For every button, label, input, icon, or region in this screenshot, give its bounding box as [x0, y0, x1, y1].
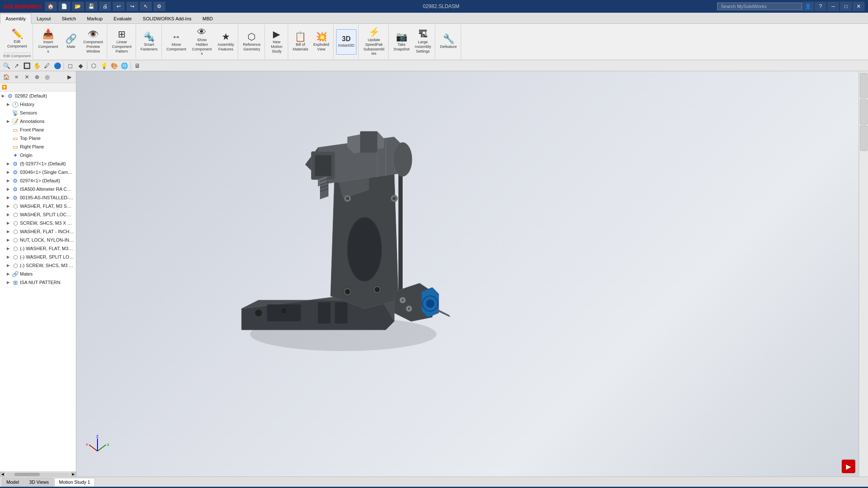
mate-btn[interactable]: 🔗 Mate [62, 29, 81, 55]
view-search-btn[interactable]: 🔍 [2, 61, 11, 70]
tree-item-origin[interactable]: ✦ Origin [0, 151, 76, 159]
open-btn[interactable]: 📂 [72, 2, 84, 11]
tree-item-02977[interactable]: ▶ ⚙ (f) 02977<1> (Default) [0, 159, 76, 168]
view-zoom-btn[interactable]: 🔲 [22, 61, 31, 70]
move-component-btn[interactable]: ↔️ MoveComponent [164, 29, 189, 55]
search-input[interactable] [717, 3, 802, 10]
tab-addins[interactable]: SOLIDWORKS Add-Ins [137, 13, 197, 23]
display-flat-btn[interactable]: ◆ [76, 61, 85, 70]
view-rotate-btn[interactable]: ↗ [12, 61, 21, 70]
tree-item-washer-flat-inch[interactable]: ▶ ⬡ WASHER, FLAT - INCH<1> (.190 h [0, 227, 76, 236]
tree-item-screw-shcs-2[interactable]: ▶ ⬡ (-) SCREW, SHCS, M3 X 0.5 MM T [0, 261, 76, 270]
viewport[interactable]: X Y Z ▶ [76, 71, 859, 477]
tree-item-annotations[interactable]: ▶ 📝 Annotations [0, 117, 76, 125]
view-sketch-btn[interactable]: 🖊 [42, 61, 52, 70]
right-panel-btn-3[interactable] [860, 125, 868, 151]
bill-of-materials-btn[interactable]: 📋 Bill ofMaterials [291, 29, 311, 55]
dimxpert-btn[interactable]: ⊕ [32, 73, 42, 82]
large-assembly-btn[interactable]: 🏗 LargeAssemblySettings [412, 29, 433, 55]
print-btn[interactable]: 🖨 [99, 2, 111, 11]
scroll-left-btn[interactable]: ◀ [0, 472, 5, 477]
tree-item-root[interactable]: ▶ ⚙ 02982 (Default) [0, 92, 76, 100]
ribbon-group-motion: ▶ NewMotionStudy [266, 25, 288, 59]
record-button[interactable]: ▶ [842, 460, 855, 473]
update-speedpak-btn[interactable]: ⚡ UpdateSpeedPakSubassemblies [361, 29, 387, 55]
tree-expand-mates: ▶ [7, 272, 12, 276]
close-btn[interactable]: ✕ [853, 2, 865, 11]
tree-item-03046[interactable]: ▶ ⚙ 03046<1> (Single Camera) [0, 168, 76, 176]
feature-manager-btn[interactable]: 🏠 [2, 73, 11, 82]
feature-tree[interactable]: ▶ ⚙ 02982 (Default) ▶ 🕐 History 📡 Sensor… [0, 92, 76, 471]
tree-item-isa-nut-pattern[interactable]: ▶ ⊞ ISA NUT PATTERN [0, 278, 76, 287]
appearance-btn[interactable]: 🎨 [109, 61, 119, 70]
tree-item-washer-flat[interactable]: ▶ ⬡ WASHER, FLAT, M3 SCREW, 3.2 M [0, 202, 76, 210]
config-manager-btn[interactable]: ✕ [22, 73, 31, 82]
display-manager-btn[interactable]: ◎ [42, 73, 52, 82]
lights-btn[interactable]: 💡 [99, 61, 108, 70]
tree-item-screw-shcs[interactable]: ▶ ⬡ SCREW, SHCS, M3 X 0.5 MM THRI [0, 219, 76, 227]
view-options-btn[interactable]: ⬡ [89, 61, 98, 70]
component-preview-btn[interactable]: 👁️ ComponentPreviewWindow [81, 29, 106, 55]
tree-item-isa500[interactable]: ▶ ⚙ ISA500 Altimeter RA CRE Connect [0, 185, 76, 193]
new-btn[interactable]: 📄 [58, 2, 70, 11]
right-panel-btn-2[interactable] [860, 99, 868, 125]
home-btn[interactable]: 🏠 [45, 2, 57, 11]
right-panel-btn-1[interactable] [860, 73, 868, 98]
reference-geometry-btn[interactable]: ⬡ ReferenceGeometry [241, 29, 263, 55]
tab-3d-views[interactable]: 3D Views [25, 478, 53, 486]
select-btn[interactable]: ↖ [140, 2, 152, 11]
tab-model[interactable]: Model [2, 478, 24, 486]
svg-text:Y: Y [86, 443, 88, 447]
undo-btn[interactable]: ↩ [113, 2, 125, 11]
horizontal-scrollbar[interactable]: ◀ ▶ [0, 471, 76, 477]
tree-item-02974[interactable]: ▶ ⚙ 02974<1> (Default) [0, 176, 76, 185]
tree-item-sensors[interactable]: 📡 Sensors [0, 109, 76, 117]
tree-item-00195[interactable]: ▶ ⚙ 00195-AS-INSTALLED-02982-V1<1 [0, 193, 76, 202]
redo-btn[interactable]: ↪ [126, 2, 138, 11]
tree-label-mates: Mates [20, 271, 33, 276]
tab-mbd[interactable]: MBD [197, 13, 218, 23]
edit-component-btn[interactable]: ✏️ EditComponent [5, 26, 29, 52]
view-pan-btn[interactable]: ✋ [32, 61, 42, 70]
tab-assembly[interactable]: Assembly [0, 14, 31, 24]
defeature-btn[interactable]: 🔧 Defeature [438, 29, 459, 55]
exploded-view-btn[interactable]: 💥 ExplodedView [311, 29, 331, 55]
tree-item-washer-split[interactable]: ▶ ⬡ WASHER, SPLIT LOCK, M3 SCREW [0, 210, 76, 219]
show-hidden-btn[interactable]: 👁 ShowHiddenComponents [189, 29, 214, 55]
minimize-btn[interactable]: ─ [827, 2, 839, 11]
tab-motion-study[interactable]: Motion Study 1 [54, 478, 95, 486]
display-mode-btn[interactable]: ◻ [66, 61, 75, 70]
smart-fasteners-btn[interactable]: 🔩 SmartFasteners [139, 29, 160, 55]
tab-sketch[interactable]: Sketch [56, 13, 82, 23]
insert-components-btn[interactable]: 📥 InsertComponents [36, 29, 61, 55]
options-btn[interactable]: ⚙ [153, 2, 165, 11]
display-view-btn[interactable]: 🖥 [133, 61, 142, 70]
new-motion-study-btn[interactable]: ▶ NewMotionStudy [267, 29, 286, 55]
tab-markup[interactable]: Markup [81, 13, 108, 23]
save-btn[interactable]: 💾 [86, 2, 97, 11]
scrollbar-thumb[interactable] [14, 473, 40, 476]
scroll-right-btn[interactable]: ▶ [71, 472, 76, 477]
user-btn[interactable]: 👤 [802, 2, 814, 11]
property-manager-btn[interactable]: ≡ [12, 73, 21, 82]
view-section-btn[interactable]: 🔵 [53, 61, 62, 70]
tab-layout[interactable]: Layout [31, 13, 56, 23]
collapse-btn[interactable]: ▶ [65, 73, 74, 82]
scene-btn[interactable]: 🌐 [120, 61, 129, 70]
tree-item-front-plane[interactable]: ▭ Front Plane [0, 125, 76, 134]
tree-item-right-plane[interactable]: ▭ Right Plane [0, 142, 76, 151]
tree-item-washer-flat-2[interactable]: ▶ ⬡ (-) WASHER, FLAT, M3 SCREW, 3. [0, 244, 76, 253]
tree-item-top-plane[interactable]: ▭ Top Plane [0, 134, 76, 142]
tree-item-washer-split-2[interactable]: ▶ ⬡ (-) WASHER, SPLIT LOCK, M3 SCR [0, 253, 76, 261]
help-btn[interactable]: ? [815, 2, 826, 11]
tree-item-nut-lock[interactable]: ▶ ⬡ NUT, LOCK, NYLON-INSERT - INC, [0, 236, 76, 244]
instant3d-btn[interactable]: 3D Instant3D [336, 29, 357, 55]
tree-icon-screw-shcs-2: ⬡ [12, 262, 19, 269]
maximize-btn[interactable]: □ [840, 2, 852, 11]
tab-evaluate[interactable]: Evaluate [108, 13, 137, 23]
assembly-features-btn[interactable]: ★ AssemblyFeatures [215, 29, 236, 55]
linear-pattern-btn[interactable]: ⊞ LinearComponentPattern [110, 29, 134, 55]
tree-item-history[interactable]: ▶ 🕐 History [0, 100, 76, 109]
take-snapshot-btn[interactable]: 📷 TakeSnapshot [391, 29, 412, 55]
tree-item-mates[interactable]: ▶ 🔗 Mates [0, 270, 76, 278]
